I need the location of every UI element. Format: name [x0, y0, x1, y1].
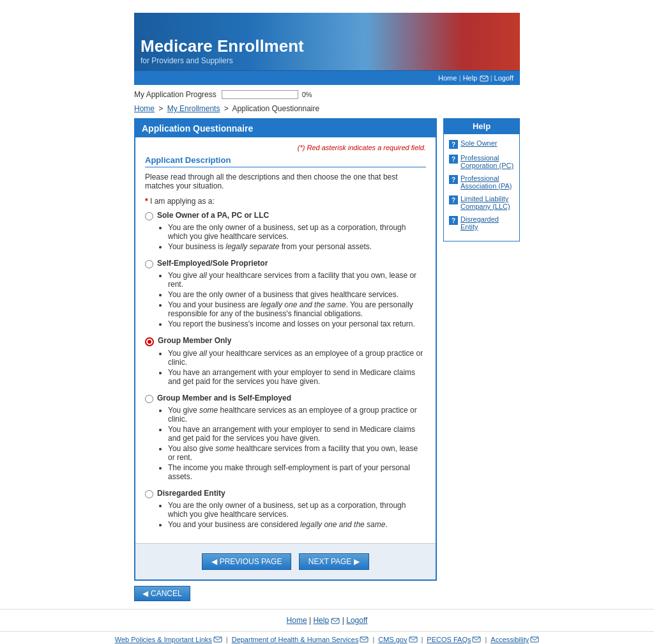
previous-page-label: PREVIOUS PAGE: [220, 557, 282, 566]
help-item-sole-owner: ? Sole Owner: [449, 139, 514, 149]
help-link-sole-owner[interactable]: Sole Owner: [460, 139, 497, 147]
help-link-pc[interactable]: Professional Corporation (PC): [460, 154, 514, 169]
footer-links: Web Policies & Important Links | Departm…: [0, 631, 654, 644]
option-sole-owner-title: Sole Owner of a PA, PC or LLC: [157, 211, 269, 220]
radio-disregarded-entity[interactable]: [145, 490, 153, 498]
help-icon-llc: ?: [449, 195, 458, 204]
cancel-button[interactable]: ◀ CANCEL: [134, 586, 190, 601]
self-employed-bullet-2: You are the only owner of a business tha…: [168, 290, 426, 299]
footer-nav-home[interactable]: Home: [287, 616, 307, 625]
de-bullet-1: You are the only owner of a business, se…: [168, 501, 426, 519]
footer-dept-health[interactable]: Department of Health & Human Services: [232, 636, 359, 643]
help-item-pa: ? Professional Association (PA): [449, 174, 514, 190]
nav-home[interactable]: Home: [438, 74, 457, 82]
help-panel: Help ? Sole Owner ? Professional Corpora…: [443, 118, 520, 241]
breadcrumb-home[interactable]: Home: [134, 104, 155, 113]
radio-group-member-self-employed[interactable]: [145, 395, 153, 403]
breadcrumb: Home > My Enrollments > Application Ques…: [134, 104, 520, 113]
next-page-label: NEXT PAGE: [308, 557, 352, 566]
gm-se-bullet-4: The income you make through self-employm…: [168, 463, 426, 481]
help-link-llc[interactable]: Limited Liability Company (LLC): [460, 195, 514, 210]
self-employed-bullet-4: You report the business's income and los…: [168, 319, 426, 328]
help-icon-pc: ?: [449, 155, 458, 164]
banner-main-title: Medicare Enrollment: [141, 36, 304, 56]
sole-owner-bullet-1: You are the only owner of a business, se…: [168, 223, 426, 241]
footer-nav: Home | Help | Logoff: [0, 609, 654, 631]
footer-web-policies[interactable]: Web Policies & Important Links: [115, 636, 212, 643]
banner-title: Medicare Enrollment for Providers and Su…: [141, 36, 304, 65]
sole-owner-bullet-2: Your business is legally separate from y…: [168, 242, 426, 251]
help-icon-de: ?: [449, 216, 458, 225]
option-group-member-self-employed-title: Group Member and is Self-Employed: [157, 394, 291, 402]
gm-se-bullet-1: You give some healthcare services as an …: [168, 406, 426, 424]
option-disregarded-entity: Disregarded Entity You are the only owne…: [145, 489, 426, 529]
help-item-llc: ? Limited Liability Company (LLC): [449, 195, 514, 210]
option-self-employed-title: Self-Employed/Sole Proprietor: [157, 259, 268, 268]
help-panel-body: ? Sole Owner ? Professional Corporation …: [443, 134, 520, 241]
radio-group-member-only-wrapper[interactable]: [145, 337, 154, 346]
footer-accessibility[interactable]: Accessibility: [490, 636, 529, 643]
help-icon-pa: ?: [449, 175, 458, 184]
previous-page-button[interactable]: ◀ PREVIOUS PAGE: [202, 553, 292, 570]
banner-subtitle: for Providers and Suppliers: [141, 56, 304, 65]
self-employed-bullet-3: You and your business are legally one an…: [168, 300, 426, 318]
breadcrumb-enrollments[interactable]: My Enrollments: [167, 104, 220, 113]
nav-logoff[interactable]: Logoff: [494, 74, 513, 82]
option-group-member-only-title: Group Member Only: [158, 336, 231, 345]
help-panel-header: Help: [443, 118, 520, 134]
footer-nav-help[interactable]: Help: [313, 616, 329, 625]
cancel-label: CANCEL: [151, 589, 182, 598]
option-self-employed: Self-Employed/Sole Proprietor You give a…: [145, 259, 426, 328]
option-group-member-self-employed: Group Member and is Self-Employed You gi…: [145, 394, 426, 481]
option-sole-owner: Sole Owner of a PA, PC or LLC You are th…: [145, 211, 426, 251]
radio-sole-owner[interactable]: [145, 212, 153, 220]
help-link-pa[interactable]: Professional Association (PA): [460, 174, 514, 190]
applying-label: * I am applying as a:: [145, 197, 426, 206]
de-bullet-2: You and your business are considered leg…: [168, 520, 426, 529]
footer-cms-gov[interactable]: CMS.gov: [378, 636, 407, 643]
progress-percent: 0%: [302, 91, 312, 98]
footer-pecos-faqs[interactable]: PECOS FAQs: [427, 636, 471, 643]
group-member-only-bullet-1: You give all your healthcare services as…: [168, 349, 426, 367]
option-group-member-only: Group Member Only You give all your heal…: [145, 336, 426, 386]
help-icon-sole-owner: ?: [449, 140, 458, 149]
instruction-text: Please read through all the descriptions…: [145, 172, 426, 190]
required-note: (*) Red asterisk indicates a required fi…: [145, 144, 426, 151]
option-disregarded-entity-title: Disregarded Entity: [157, 489, 225, 498]
group-member-only-bullet-2: You have an arrangement with your employ…: [168, 368, 426, 386]
app-panel-header: Application Questionnaire: [135, 119, 436, 137]
progress-label: My Application Progress: [134, 90, 217, 99]
gm-se-bullet-3: You also give some healthcare services f…: [168, 444, 426, 462]
help-item-pc: ? Professional Corporation (PC): [449, 154, 514, 169]
app-panel: Application Questionnaire (*) Red asteri…: [134, 118, 437, 581]
footer-nav-logoff[interactable]: Logoff: [346, 616, 367, 625]
nav-help[interactable]: Help: [463, 74, 478, 82]
help-item-de: ? Disregarded Entity: [449, 215, 514, 231]
self-employed-bullet-1: You give all your healthcare services fr…: [168, 271, 426, 289]
breadcrumb-current: Application Questionnaire: [232, 104, 319, 113]
progress-bar-container: [222, 90, 298, 99]
buttons-area: ◀ PREVIOUS PAGE NEXT PAGE ▶: [135, 543, 436, 579]
section-title: Applicant Description: [145, 155, 426, 167]
gm-se-bullet-2: You have an arrangement with your employ…: [168, 425, 426, 443]
next-page-button[interactable]: NEXT PAGE ▶: [299, 553, 370, 570]
help-link-de[interactable]: Disregarded Entity: [460, 215, 514, 231]
radio-self-employed[interactable]: [145, 260, 153, 268]
